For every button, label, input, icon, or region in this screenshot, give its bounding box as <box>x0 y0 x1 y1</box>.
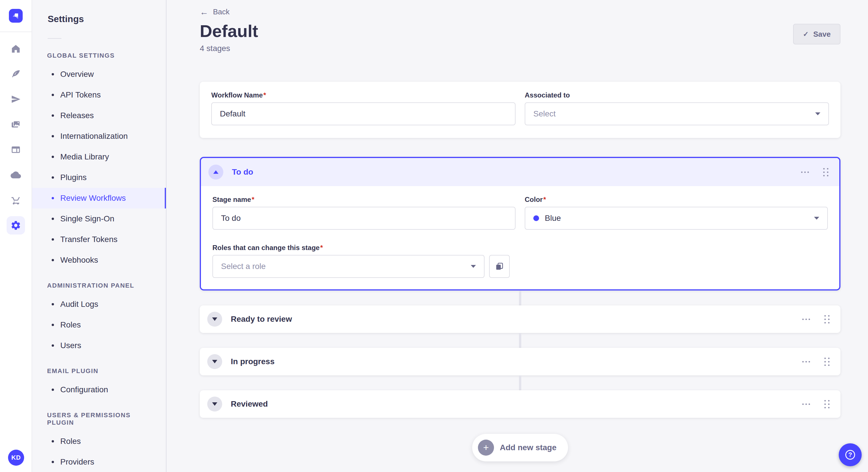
duplicate-icon <box>495 262 503 270</box>
sidebar-item-up-providers[interactable]: Providers <box>32 452 166 472</box>
sidebar-item-single-sign-on[interactable]: Single Sign-On <box>32 208 166 229</box>
stage-name-label: Stage name* <box>212 195 516 204</box>
required-asterisk: * <box>252 196 254 203</box>
stage-card-in-progress: In progress <box>200 348 840 375</box>
add-new-stage-button[interactable]: + Add new stage <box>472 434 568 461</box>
color-select[interactable]: Blue <box>525 207 828 230</box>
marketplace-cart-icon[interactable] <box>7 190 25 210</box>
color-label: Color* <box>525 195 828 204</box>
stage-options-menu-icon[interactable] <box>801 401 811 407</box>
stage-connector <box>519 375 521 390</box>
workflow-form-card: Workflow Name* Associated to Select <box>200 82 840 138</box>
associated-to-select[interactable]: Select <box>525 102 829 125</box>
drag-handle-icon[interactable] <box>822 166 830 178</box>
expand-stage-button[interactable] <box>207 312 222 327</box>
stage-roles-field: Roles that can change this stage* Select… <box>212 243 828 278</box>
sidebar-item-api-tokens[interactable]: API Tokens <box>32 85 166 105</box>
bullet-icon <box>52 440 54 442</box>
associated-to-label: Associated to <box>525 91 829 100</box>
sidebar-item-internationalization[interactable]: Internationalization <box>32 126 166 146</box>
apply-roles-to-all-stages-button[interactable] <box>489 255 510 278</box>
drag-handle-icon[interactable] <box>823 313 831 325</box>
sidebar-item-up-roles[interactable]: Roles <box>32 431 166 452</box>
stage-card-reviewed: Reviewed <box>200 390 840 418</box>
sidebar-item-releases[interactable]: Releases <box>32 105 166 126</box>
bullet-icon <box>52 324 54 326</box>
drag-handle-icon[interactable] <box>823 398 831 410</box>
workflow-name-label: Workflow Name* <box>211 91 516 100</box>
save-button[interactable]: ✓ Save <box>793 24 840 44</box>
icon-rail: KD <box>0 0 32 472</box>
stage-options-menu-icon[interactable] <box>800 169 810 175</box>
chevron-down-icon <box>212 360 217 363</box>
expand-stage-button[interactable] <box>207 397 222 411</box>
sidebar-item-audit-logs[interactable]: Audit Logs <box>32 294 166 314</box>
chevron-down-icon <box>815 112 820 115</box>
required-asterisk: * <box>320 244 322 251</box>
question-mark-icon: ? <box>845 450 855 460</box>
check-icon: ✓ <box>803 30 809 38</box>
bullet-icon <box>52 461 54 463</box>
chevron-down-icon <box>212 402 217 406</box>
sidebar-item-transfer-tokens[interactable]: Transfer Tokens <box>32 229 166 250</box>
sidebar-item-email-configuration[interactable]: Configuration <box>32 379 166 400</box>
required-asterisk: * <box>264 91 266 99</box>
bullet-icon <box>52 114 54 117</box>
bullet-icon <box>52 259 54 261</box>
strapi-logo-icon[interactable] <box>9 9 23 23</box>
chevron-up-icon <box>213 170 218 174</box>
workflow-name-input[interactable] <box>211 102 516 125</box>
page-header: Default 4 stages ✓ Save <box>200 22 840 53</box>
stage-header-to-do: To do <box>201 158 839 186</box>
stage-body-to-do: Stage name* Color* Blue <box>201 186 839 289</box>
media-library-images-icon[interactable] <box>7 114 25 135</box>
bullet-icon <box>52 303 54 305</box>
stage-card-to-do: To do Stage name* Color* <box>200 157 840 291</box>
page-title: Default <box>200 22 258 41</box>
roles-label: Roles that can change this stage* <box>212 243 828 252</box>
home-icon[interactable] <box>7 38 25 59</box>
rail-nav <box>7 38 25 235</box>
bullet-icon <box>52 389 54 391</box>
user-avatar[interactable]: KD <box>8 450 24 466</box>
sidebar-item-users[interactable]: Users <box>32 335 166 356</box>
sidebar-item-plugins[interactable]: Plugins <box>32 167 166 188</box>
collapse-stage-button[interactable] <box>208 165 223 179</box>
stage-name: Reviewed <box>231 400 268 409</box>
back-link[interactable]: ← Back <box>200 7 229 16</box>
sidebar-item-admin-roles[interactable]: Roles <box>32 314 166 335</box>
strapi-logo-container <box>0 0 32 32</box>
stage-color-field: Color* Blue <box>525 195 828 230</box>
help-button[interactable]: ? <box>839 443 862 466</box>
bullet-icon <box>52 238 54 241</box>
stage-options-menu-icon[interactable] <box>801 316 811 322</box>
content-type-builder-layout-icon[interactable] <box>7 139 25 160</box>
sidebar-item-review-workflows[interactable]: Review Workflows <box>32 188 166 208</box>
sidebar-item-webhooks[interactable]: Webhooks <box>32 250 166 270</box>
section-users-permissions-plugin: USERS & PERMISSIONS PLUGIN <box>32 411 166 427</box>
stage-card-ready-to-review: Ready to review <box>200 305 840 333</box>
drag-handle-icon[interactable] <box>823 356 831 368</box>
sidebar-item-media-library[interactable]: Media Library <box>32 146 166 167</box>
roles-select[interactable]: Select a role <box>212 255 485 278</box>
back-label: Back <box>213 7 229 16</box>
stage-name-input[interactable] <box>212 207 516 230</box>
stage-name: To do <box>232 167 253 177</box>
expand-stage-button[interactable] <box>207 354 222 369</box>
deploy-send-icon[interactable] <box>7 89 25 109</box>
bullet-icon <box>52 344 54 347</box>
bullet-icon <box>52 197 54 199</box>
sidebar-item-overview[interactable]: Overview <box>32 64 166 85</box>
bullet-icon <box>52 73 54 75</box>
color-dot-blue <box>533 215 539 221</box>
chevron-down-icon <box>471 265 476 268</box>
bullet-icon <box>52 135 54 137</box>
strapi-admin: KD Settings GLOBAL SETTINGS Overview API… <box>0 0 868 472</box>
section-global-settings: GLOBAL SETTINGS <box>32 52 166 59</box>
cloud-icon[interactable] <box>7 165 25 185</box>
stage-options-menu-icon[interactable] <box>801 359 811 365</box>
main-content: ← Back Default 4 stages ✓ Save Workflow … <box>166 0 868 472</box>
settings-gear-icon[interactable] <box>7 216 25 235</box>
workflow-name-field: Workflow Name* <box>211 91 516 125</box>
content-manager-feather-icon[interactable] <box>7 64 25 84</box>
